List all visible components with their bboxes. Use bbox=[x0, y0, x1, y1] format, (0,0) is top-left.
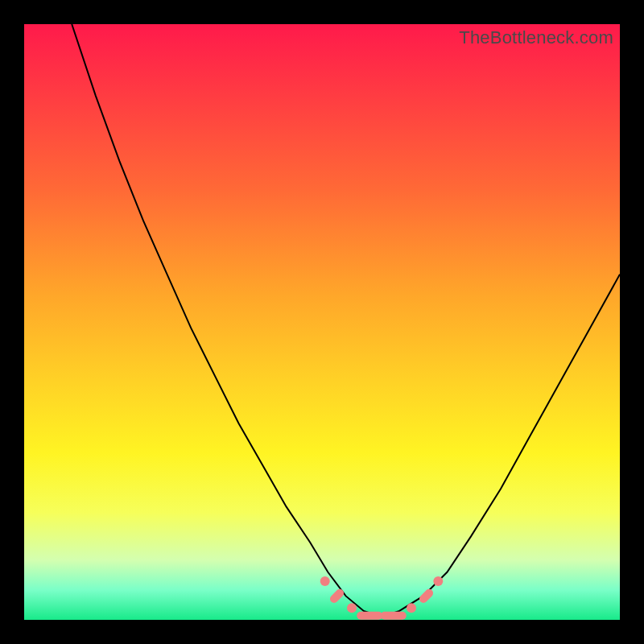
chart-frame: TheBottleneck.com bbox=[0, 0, 644, 644]
marker bbox=[381, 612, 407, 620]
curve-layer bbox=[24, 24, 620, 620]
marker bbox=[357, 612, 382, 620]
chart-plot-area: TheBottleneck.com bbox=[24, 24, 620, 620]
marker bbox=[433, 576, 443, 586]
marker bbox=[320, 576, 330, 586]
bottleneck-curve bbox=[72, 24, 620, 617]
marker bbox=[347, 603, 357, 613]
marker bbox=[328, 588, 345, 605]
trough-markers bbox=[320, 576, 444, 620]
marker bbox=[407, 603, 416, 613]
marker bbox=[418, 588, 435, 605]
